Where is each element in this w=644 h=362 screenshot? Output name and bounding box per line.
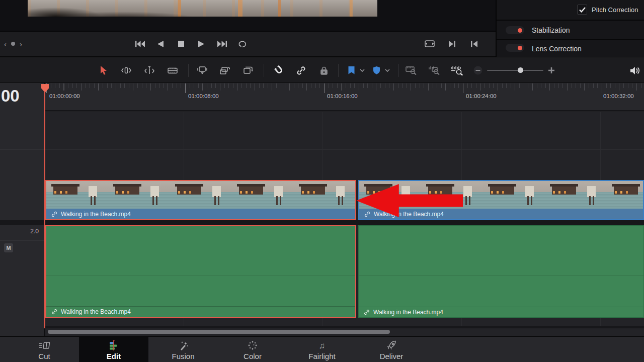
- flag-icon[interactable]: [345, 64, 357, 76]
- zoom-in-plus-button[interactable]: [545, 64, 557, 76]
- clip-name: Walking in the Beach.mp4: [373, 309, 443, 316]
- overwrite-clip-icon[interactable]: [219, 64, 231, 76]
- zoom-custom-icon[interactable]: [451, 64, 463, 76]
- timeline-body: Walking in the Beach.mp4 Walking in the …: [0, 111, 644, 336]
- next-marker-icon[interactable]: ›: [20, 40, 22, 48]
- pitch-correction-row: Pitch Correction: [497, 0, 644, 20]
- timecode-display: 00: [0, 83, 45, 111]
- stop-button[interactable]: [175, 38, 187, 50]
- lens-correction-toggle[interactable]: [506, 44, 524, 52]
- tab-color[interactable]: Color: [218, 337, 287, 362]
- tab-cut[interactable]: Cut: [10, 337, 79, 362]
- play-button[interactable]: [195, 38, 207, 50]
- marker-dropdown-chevron-icon[interactable]: [381, 64, 393, 76]
- track-divider: [45, 149, 644, 150]
- trim-edit-mode-icon[interactable]: [120, 64, 132, 76]
- tab-label: Cut: [38, 352, 50, 360]
- video-clip-selected[interactable]: Walking in the Beach.mp4: [45, 180, 356, 220]
- zoom-out-minus-button[interactable]: [472, 64, 484, 76]
- first-frame-button[interactable]: [134, 38, 146, 50]
- stabilization-label: Stabilization: [532, 26, 570, 34]
- tab-fusion[interactable]: Fusion: [148, 337, 218, 362]
- timeline-track-area[interactable]: Walking in the Beach.mp4 Walking in the …: [45, 111, 644, 336]
- audio-monitor-speaker-icon[interactable]: [629, 64, 641, 76]
- toolbar-divider: [264, 64, 264, 77]
- audio-clip-selected[interactable]: Walking in the Beach.mp4: [45, 225, 356, 318]
- horizontal-scrollbar-thumb[interactable]: [48, 330, 390, 334]
- edit-page-icon: [108, 340, 120, 350]
- color-page-icon: [248, 340, 258, 350]
- last-frame-button[interactable]: [216, 38, 228, 50]
- pitch-correction-label: Pitch Correction: [592, 6, 638, 14]
- link-icon: [364, 211, 370, 217]
- lens-correction-label: Lens Correction: [532, 45, 582, 53]
- clip-name: Walking in the Beach.mp4: [61, 308, 131, 315]
- zoom-slider-handle[interactable]: [518, 67, 523, 73]
- toggle-knob: [518, 46, 522, 50]
- pitch-correction-checkbox[interactable]: [577, 5, 587, 15]
- toolbar-divider: [188, 64, 189, 77]
- video-clip-label-bar: Walking in the Beach.mp4: [359, 209, 643, 219]
- zoom-full-extent-icon[interactable]: [405, 64, 417, 76]
- ruler-timecode-label: 01:00:16:00: [327, 93, 358, 99]
- track-bottom-divider: [45, 326, 644, 328]
- dynamic-trim-icon[interactable]: [143, 64, 155, 76]
- ruler-timecode-label: 01:00:08:00: [188, 93, 219, 99]
- track-divider: [45, 112, 644, 112]
- insert-clip-icon[interactable]: [196, 64, 208, 76]
- ruler-tick-major: [602, 83, 602, 93]
- blade-edit-icon[interactable]: [167, 64, 179, 76]
- audio-channel-divider: [46, 276, 355, 276]
- davinci-resolve-edit-page: ‹ ›: [0, 0, 644, 362]
- current-timecode-partial: 00: [1, 86, 20, 106]
- track-header-divider: [0, 149, 44, 150]
- audio-track-format: 2.0: [30, 228, 39, 235]
- tab-edit-active[interactable]: Edit: [79, 337, 148, 362]
- timeline-ruler[interactable]: 01:00:00:00 01:00:08:00 01:00:16:00 01:0…: [45, 83, 644, 111]
- tab-label: Fusion: [172, 352, 194, 360]
- ruler-tick-major: [185, 83, 186, 93]
- fusion-page-icon: [178, 340, 189, 350]
- track-header-column: 2.0 M: [0, 111, 45, 336]
- link-icon: [364, 309, 370, 315]
- flag-dropdown-chevron-icon[interactable]: [356, 64, 368, 76]
- toggle-knob: [518, 28, 522, 33]
- link-clips-icon[interactable]: [295, 64, 307, 76]
- loop-range-icon[interactable]: [424, 38, 436, 50]
- video-clip-thumbnails: [46, 181, 355, 211]
- audio-clip[interactable]: Walking in the Beach.mp4: [358, 225, 644, 318]
- track-header-separator: [0, 220, 44, 225]
- zoom-detail-icon[interactable]: [428, 64, 440, 76]
- lens-correction-row: Lens Correction: [497, 40, 644, 57]
- ruler-tick-major: [463, 83, 463, 93]
- tab-deliver[interactable]: Deliver: [357, 337, 426, 362]
- viewer-preview-image: [28, 0, 377, 17]
- audio-clip-label-bar: Walking in the Beach.mp4: [359, 307, 643, 317]
- tab-label: Fairlight: [308, 352, 335, 360]
- ruler-ticks-medium: [46, 83, 644, 90]
- toolbar-divider: [398, 64, 399, 77]
- marker-icon[interactable]: [370, 64, 382, 76]
- record-dot-icon[interactable]: [11, 42, 15, 46]
- track-header-divider: [0, 240, 44, 241]
- play-to-end-icon[interactable]: [446, 38, 458, 50]
- stabilization-toggle[interactable]: [506, 26, 524, 34]
- deliver-page-icon: [386, 340, 396, 350]
- viewer-nav-group: ‹ ›: [4, 32, 22, 56]
- tab-fairlight[interactable]: ♫ Fairlight: [287, 337, 357, 362]
- cut-page-icon: [38, 340, 50, 350]
- previous-marker-icon[interactable]: ‹: [4, 40, 7, 48]
- selection-tool-icon[interactable]: [98, 64, 110, 76]
- loop-playback-button[interactable]: [236, 38, 249, 50]
- position-lock-icon[interactable]: [318, 64, 330, 76]
- replace-clip-icon[interactable]: [242, 64, 254, 76]
- snapping-magnet-icon[interactable]: [273, 64, 285, 76]
- video-audio-separator: [45, 220, 644, 225]
- mute-button[interactable]: M: [4, 243, 13, 252]
- go-to-start-icon[interactable]: [468, 38, 480, 50]
- playback-controls: [134, 32, 249, 56]
- play-reverse-button[interactable]: [154, 38, 167, 50]
- tab-label: Deliver: [380, 352, 404, 360]
- video-clip-label-bar: Walking in the Beach.mp4: [46, 209, 355, 219]
- zoom-slider-track[interactable]: [487, 70, 543, 71]
